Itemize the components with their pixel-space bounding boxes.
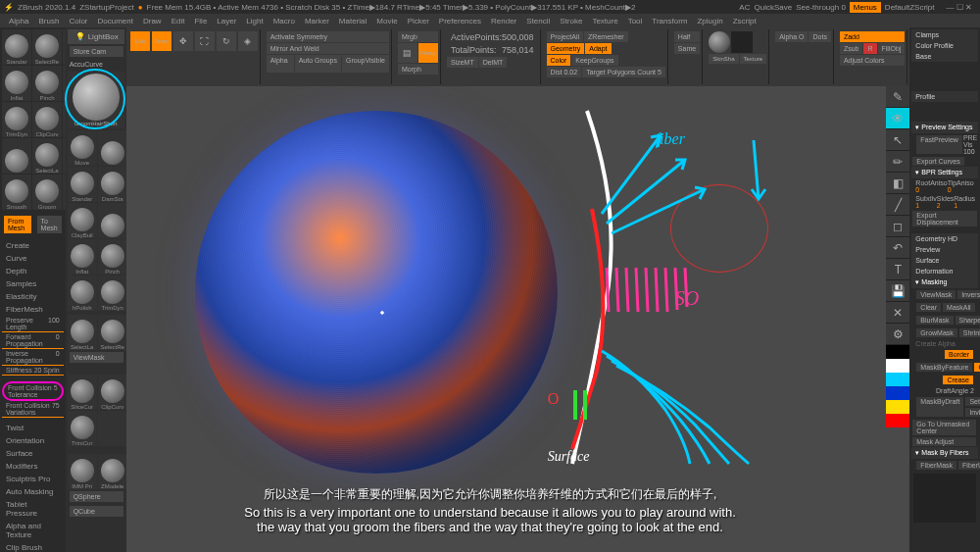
vt-color-yellow[interactable] bbox=[886, 400, 909, 414]
rp-bpr-settings[interactable]: ▾ BPR Settings bbox=[911, 167, 978, 178]
color-btn[interactable]: Color bbox=[547, 55, 571, 66]
texture-slot[interactable] bbox=[731, 31, 753, 53]
groups-btn[interactable]: Groups bbox=[974, 363, 980, 372]
menu-sculptrispro[interactable]: Sculptris Pro bbox=[2, 473, 64, 485]
maskbyfeature-btn[interactable]: MaskByFeature bbox=[916, 363, 972, 372]
sec-brush-clipcurv[interactable]: ClipCurv bbox=[98, 375, 127, 410]
vt-close-icon[interactable]: ✕ bbox=[886, 302, 909, 324]
rotate-icon[interactable]: ↻ bbox=[217, 31, 236, 51]
menu-texture[interactable]: Texture bbox=[592, 17, 617, 25]
sec-brush-claybuil[interactable]: ClayBuil bbox=[68, 203, 97, 238]
exportcurves-btn[interactable]: Export Curves bbox=[912, 157, 963, 166]
menu-surface[interactable]: Surface bbox=[2, 447, 64, 460]
rp-deformation[interactable]: Deformation bbox=[911, 266, 978, 276]
zadd-btn[interactable]: Zadd bbox=[840, 31, 905, 42]
menu-alphatexture[interactable]: Alpha and Texture bbox=[2, 520, 64, 541]
move-gizmo-icon[interactable]: ✥ bbox=[173, 31, 193, 51]
persp-btn[interactable]: Persp bbox=[418, 43, 438, 63]
menu-draw[interactable]: Draw bbox=[143, 17, 162, 25]
menu-alpha[interactable]: Alpha bbox=[9, 17, 28, 25]
menu-twist[interactable]: Twist bbox=[2, 422, 64, 434]
brush-inflat[interactable]: Inflat bbox=[2, 66, 31, 101]
adapt-btn[interactable]: Adapt bbox=[585, 43, 611, 54]
vt-save-icon[interactable]: 💾 bbox=[886, 280, 909, 302]
growmask-btn[interactable]: GrowMask bbox=[916, 328, 956, 337]
activate-symmetry-btn[interactable]: Activate Symmetry bbox=[267, 31, 389, 42]
fiberunmask-btn[interactable]: FiberUnmask bbox=[958, 461, 980, 470]
viewport[interactable]: ⬥ bbox=[126, 86, 910, 552]
keepgroups-btn[interactable]: KeepGroups bbox=[571, 55, 617, 66]
sec-brush-hpolish[interactable]: hPolish bbox=[68, 276, 97, 311]
menu-movie[interactable]: Movie bbox=[376, 17, 397, 25]
param-stiffness[interactable]: Stiffness 20Sprin bbox=[2, 366, 64, 376]
qsphere-btn[interactable]: QSphere bbox=[70, 491, 123, 502]
rp-masking[interactable]: ▾ Masking bbox=[911, 276, 978, 288]
menu-clipbrushmod[interactable]: Clip Brush Modifiers bbox=[2, 541, 64, 552]
param-inverse-prop[interactable]: Inverse Propagation0 bbox=[2, 349, 64, 366]
vt-eraser-icon[interactable]: ◧ bbox=[886, 173, 909, 194]
zsub-btn[interactable]: Zsub bbox=[840, 43, 863, 54]
menu-color[interactable]: Color bbox=[69, 17, 87, 25]
brush-pinch[interactable]: Pinch bbox=[32, 66, 62, 101]
menu-transform[interactable]: Transform bbox=[652, 17, 687, 25]
crease-btn[interactable]: Crease bbox=[943, 376, 973, 384]
edit-btn[interactable]: Edit bbox=[130, 31, 150, 51]
sec-brush-standard[interactable]: Standar bbox=[68, 167, 97, 202]
rp-profile[interactable]: Profile bbox=[911, 91, 978, 102]
sec-brush-damsta[interactable]: DamSta bbox=[98, 167, 127, 202]
menu-fibermesh[interactable]: FiberMesh bbox=[2, 303, 64, 316]
mrgb-btn[interactable]: Mrgb bbox=[398, 31, 438, 42]
sizemt-btn[interactable]: SizeMT bbox=[447, 57, 478, 68]
to-mesh-btn[interactable]: To Mesh bbox=[37, 216, 62, 233]
rp-base[interactable]: Base bbox=[911, 51, 978, 62]
dist-slider[interactable]: Dist 0.02 bbox=[547, 67, 582, 77]
rp-maskbyfibers[interactable]: ▾ Mask By Fibers bbox=[911, 447, 978, 459]
maskall-btn[interactable]: MaskAll bbox=[943, 303, 975, 312]
sec-brush-selectla[interactable]: SelectLa bbox=[68, 315, 97, 350]
brush-selectrect[interactable]: SelectRe bbox=[32, 29, 62, 65]
adjustcolors-btn[interactable]: Adjust Colors bbox=[840, 55, 905, 66]
vt-cursor-icon[interactable]: ↖ bbox=[886, 129, 909, 151]
menu-light[interactable]: Light bbox=[246, 17, 263, 25]
rgb-btn[interactable]: R bbox=[863, 43, 876, 54]
menu-create[interactable]: Create bbox=[2, 239, 64, 252]
hair-sphere-model[interactable] bbox=[195, 111, 558, 474]
autogroups-btn[interactable]: Auto Groups bbox=[295, 55, 341, 73]
inverse-btn[interactable]: Inverse bbox=[957, 290, 980, 299]
vt-text-icon[interactable]: T bbox=[886, 259, 909, 280]
menu-macro[interactable]: Macro bbox=[273, 17, 295, 25]
from-mesh-btn[interactable]: From Mesh bbox=[4, 216, 31, 233]
shrink-btn[interactable]: ShrinkMask bbox=[959, 328, 980, 337]
same-btn[interactable]: Same bbox=[674, 43, 700, 54]
vt-undo-icon[interactable]: ↶ bbox=[886, 237, 909, 259]
draw-btn[interactable]: Draw bbox=[152, 31, 172, 51]
delmt-btn[interactable]: DelMT bbox=[479, 57, 508, 68]
storecam-btn[interactable]: Store Cam bbox=[70, 46, 123, 57]
sec-brush-x2[interactable] bbox=[98, 203, 127, 238]
alphao-btn[interactable]: Alpha O bbox=[775, 31, 808, 42]
vt-pen-icon[interactable]: ✎ bbox=[886, 86, 909, 108]
brush-trimdyn[interactable]: TrimDyn bbox=[2, 102, 31, 137]
sec-brush-x3[interactable] bbox=[98, 411, 127, 446]
menu-picker[interactable]: Picker bbox=[408, 17, 429, 25]
menu-zplugin[interactable]: Zplugin bbox=[697, 17, 722, 25]
brush-clipcurv[interactable]: ClipCurv bbox=[32, 102, 62, 137]
menu-tool[interactable]: Tool bbox=[628, 17, 643, 25]
alpha-slot[interactable]: Alpha bbox=[267, 55, 294, 73]
rp-geometryhd[interactable]: Geometry HD bbox=[911, 233, 978, 244]
brush-empty2[interactable] bbox=[2, 138, 31, 174]
menu-preferences[interactable]: Preferences bbox=[439, 17, 481, 25]
mirror-weld-btn[interactable]: Mirror And Weld bbox=[267, 43, 389, 54]
menu-samples[interactable]: Samples bbox=[2, 277, 64, 290]
vt-line-icon[interactable]: ╱ bbox=[886, 194, 909, 216]
fastpreview-btn[interactable]: FastPreview bbox=[916, 135, 962, 154]
menu-layer[interactable]: Layer bbox=[217, 17, 236, 25]
menu-marker[interactable]: Marker bbox=[305, 17, 329, 25]
sec-brush-trimdyn[interactable]: TrimDyn bbox=[98, 276, 127, 311]
menu-edit[interactable]: Edit bbox=[172, 17, 185, 25]
zremesher-btn[interactable]: ZRemesher bbox=[584, 31, 628, 42]
menu-automasking[interactable]: Auto Masking bbox=[2, 485, 64, 498]
blurmask-btn[interactable]: BlurMask bbox=[916, 316, 953, 325]
morph-btn[interactable]: Morph bbox=[398, 64, 438, 75]
param-front-collision-tolerance[interactable]: Front Collision Tolerance5 bbox=[2, 381, 64, 401]
